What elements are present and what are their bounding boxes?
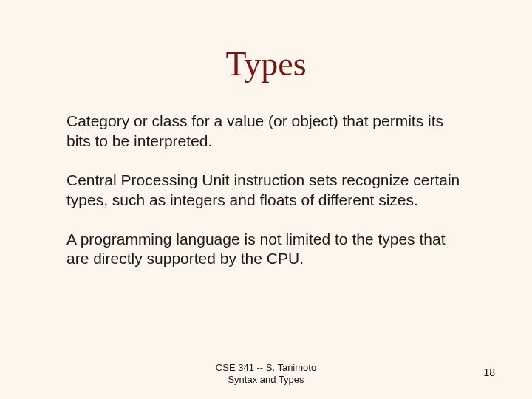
paragraph-3: A programming language is not limited to… [66,230,466,270]
slide-title: Types [66,44,466,83]
paragraph-2: Central Processing Unit instruction sets… [66,171,466,211]
slide-container: Types Category or class for a value (or … [0,0,532,399]
footer-line-2: Syntax and Types [216,374,316,386]
slide-footer: CSE 341 -- S. Tanimoto Syntax and Types [0,362,532,386]
paragraph-1: Category or class for a value (or object… [66,112,466,151]
page-number: 18 [483,366,495,378]
footer-line-1: CSE 341 -- S. Tanimoto [216,362,316,374]
footer-text: CSE 341 -- S. Tanimoto Syntax and Types [216,362,316,386]
